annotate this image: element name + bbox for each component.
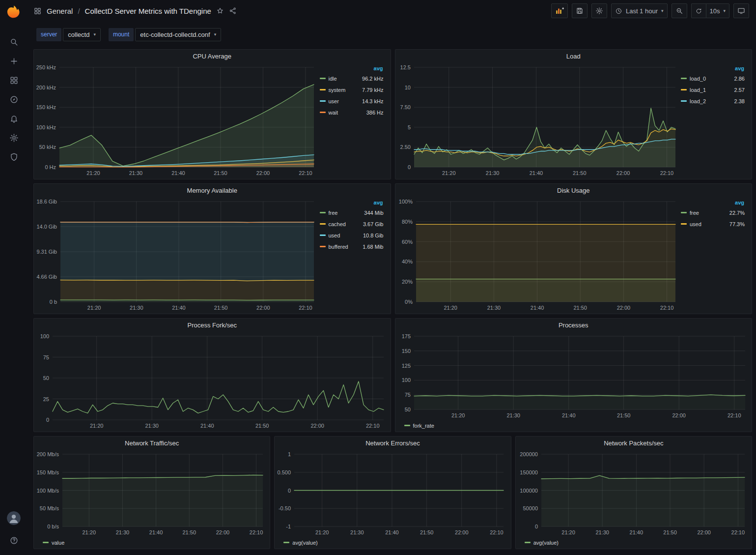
y-tick-label: 10	[404, 85, 410, 90]
memory-available-chart[interactable]: 21:2021:3021:4021:5022:0022:100 b4.66 Gi…	[35, 197, 319, 313]
user-avatar[interactable]	[7, 511, 21, 525]
y-tick-label: -0.50	[279, 505, 291, 511]
x-tick-label: 21:20	[444, 305, 457, 311]
create-plus-icon[interactable]	[3, 52, 25, 71]
series-buffered	[60, 222, 314, 223]
zoom-out-button[interactable]	[672, 3, 687, 18]
dashboard-title[interactable]: CollectD Server Metrics with TDengine	[85, 7, 211, 15]
panel-processes: Processes 21:2021:3021:4021:5022:0022:10…	[395, 318, 753, 432]
x-tick-label: 21:40	[561, 412, 575, 418]
legend-item-value[interactable]: value	[43, 540, 64, 546]
y-tick-label: 7.50	[400, 104, 410, 110]
y-tick-label: 200 Mb/s	[37, 451, 59, 457]
variable-mount-value: etc-collectd-collectd.conf	[140, 31, 210, 38]
y-tick-label: 0 b/s	[47, 524, 59, 529]
x-tick-label: 22:00	[256, 170, 270, 176]
legend-item-idle[interactable]: idle96.2 kHz	[320, 73, 384, 84]
star-icon[interactable]	[216, 7, 224, 15]
x-tick-label: 21:30	[485, 170, 499, 176]
share-icon[interactable]	[229, 7, 237, 15]
panel-title-cpu-average[interactable]: CPU Average	[34, 50, 391, 62]
breadcrumb-section[interactable]: General	[47, 7, 73, 15]
y-tick-label: 14.0 Gib	[36, 224, 57, 230]
refresh-interval-select[interactable]: 10s ▾	[706, 3, 730, 18]
legend-series-name: cached	[329, 221, 346, 227]
legend-item-wait[interactable]: wait386 Hz	[320, 107, 384, 118]
legend-series-name: value	[52, 540, 64, 546]
server-admin-shield-icon[interactable]	[3, 147, 25, 167]
refresh-button[interactable]	[691, 3, 706, 18]
grafana-logo-icon[interactable]	[5, 4, 23, 22]
kiosk-mode-button[interactable]	[733, 3, 749, 18]
variable-server-select[interactable]: collectd ▾	[63, 28, 101, 41]
panel-title-disk-usage[interactable]: Disk Usage	[395, 184, 752, 197]
x-tick-label: 22:00	[256, 305, 270, 311]
legend-item-load_0[interactable]: load_02.86	[681, 73, 745, 84]
dashboard-grid-icon[interactable]	[33, 7, 42, 15]
legend-item-cached[interactable]: cached3.67 Gib	[320, 218, 384, 230]
variable-server-value: collectd	[68, 31, 89, 38]
network-traffic-chart[interactable]: 21:2021:3021:4021:5022:0022:100 b/s50 Mb…	[35, 449, 268, 537]
panel-title-network-traffic[interactable]: Network Traffic/sec	[34, 437, 270, 449]
time-range-picker[interactable]: Last 1 hour ▾	[611, 3, 668, 18]
legend-series-name: load_1	[690, 87, 706, 93]
y-tick-label: 150 kHz	[36, 104, 56, 110]
y-tick-label: 100 Mb/s	[37, 488, 59, 494]
legend-item-avg(value)[interactable]: avg(value)	[525, 540, 559, 546]
legend-avg-header: avg	[681, 65, 745, 71]
legend-item-avg(value)[interactable]: avg(value)	[283, 540, 317, 546]
panel-title-processes[interactable]: Processes	[395, 319, 752, 331]
net_traffic-chart-canvas: 21:2021:3021:4021:5022:0022:100 b/s50 Mb…	[35, 449, 268, 537]
time-range-label: Last 1 hour	[626, 7, 658, 15]
panel-title-network-packets[interactable]: Network Packets/sec	[516, 437, 752, 449]
y-tick-label: 50000	[523, 505, 538, 511]
legend-item-used[interactable]: used10.8 Gib	[320, 230, 384, 241]
explore-compass-icon[interactable]	[3, 90, 25, 109]
legend-item-free[interactable]: free344 Mib	[320, 207, 384, 218]
variable-mount-select[interactable]: etc-collectd-collectd.conf ▾	[135, 28, 221, 41]
configuration-gear-icon[interactable]	[3, 128, 25, 147]
legend-item-fork_rate[interactable]: fork_rate	[404, 423, 434, 429]
alerting-bell-icon[interactable]	[3, 109, 25, 128]
search-icon[interactable]	[3, 32, 25, 52]
panel-title-memory-available[interactable]: Memory Available	[34, 184, 391, 197]
panel-title-network-errors[interactable]: Network Errors/sec	[275, 437, 510, 449]
x-tick-label: 22:00	[672, 412, 686, 418]
help-icon[interactable]	[3, 531, 25, 550]
legend-item-system[interactable]: system7.79 kHz	[320, 84, 384, 95]
network-packets-chart[interactable]: 21:2021:3021:4021:5022:0022:100500001000…	[517, 449, 750, 537]
x-tick-label: 22:00	[216, 529, 230, 535]
disk-usage-legend: avgfree22.7%used77.3%	[680, 197, 750, 313]
disk-usage-chart[interactable]: 21:2021:3021:4021:5022:0022:100%20%40%60…	[396, 197, 680, 313]
y-tick-label: 0.500	[278, 469, 291, 475]
legend-series-avg: 7.79 kHz	[362, 87, 383, 93]
cpu-average-chart[interactable]: 21:2021:3021:4021:5022:0022:100 Hz50 kHz…	[35, 62, 319, 178]
legend-item-load_1[interactable]: load_12.57	[681, 84, 745, 95]
dashboards-icon[interactable]	[3, 71, 25, 90]
x-tick-label: 22:10	[727, 412, 741, 418]
process-fork-chart[interactable]: 21:2021:3021:4021:5022:0022:100255075100	[35, 331, 389, 431]
y-tick-label: 0	[288, 488, 291, 494]
legend-item-load_2[interactable]: load_22.38	[681, 95, 745, 107]
x-tick-label: 21:30	[129, 170, 143, 176]
panel-title-process-fork[interactable]: Process Fork/sec	[34, 319, 391, 331]
legend-item-user[interactable]: user14.3 kHz	[320, 95, 384, 107]
save-dashboard-button[interactable]	[572, 3, 588, 18]
legend-item-used[interactable]: used77.3%	[681, 218, 745, 230]
sidebar	[0, 0, 28, 555]
memory-chart-canvas: 21:2021:3021:4021:5022:0022:100 b4.66 Gi…	[35, 197, 319, 313]
panel-load: Load 21:2021:3021:4021:5022:0022:1002.50…	[395, 49, 753, 179]
x-tick-label: 21:50	[182, 529, 196, 535]
legend-item-buffered[interactable]: buffered1.68 Mib	[320, 241, 384, 252]
refresh-interval-label: 10s	[710, 7, 720, 15]
x-tick-label: 21:20	[315, 529, 329, 535]
processes-chart[interactable]: 21:2021:3021:4021:5022:0022:105075100125…	[396, 331, 750, 420]
legend-item-free[interactable]: free22.7%	[681, 207, 745, 218]
add-panel-button[interactable]	[551, 3, 568, 18]
dashboard-settings-button[interactable]	[591, 3, 607, 18]
load-chart[interactable]: 21:2021:3021:4021:5022:0022:1002.5057.50…	[396, 62, 680, 178]
network-errors-chart[interactable]: 21:2021:3021:4021:5022:0022:10-1-0.5000.…	[276, 449, 508, 537]
y-tick-label: 100	[40, 333, 49, 339]
panel-title-load[interactable]: Load	[395, 50, 752, 62]
legend-series-name: fork_rate	[413, 423, 434, 429]
